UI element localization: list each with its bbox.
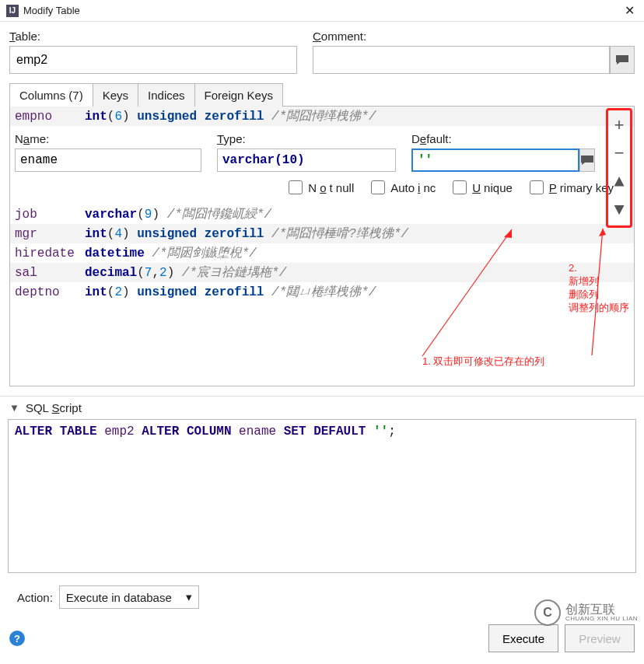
column-row[interactable]: hiredatedatetime /*闆囦剑鏃堕棿*/ (10, 243, 634, 263)
column-default-input[interactable] (411, 149, 579, 172)
column-name: mgr (15, 227, 85, 241)
sql-script-label: SQL Script (26, 401, 82, 414)
watermark-sub: CHUANG XIN HU LIAN (565, 616, 638, 622)
preview-button[interactable]: Preview (565, 624, 635, 652)
watermark-text: 创新互联 (565, 603, 638, 616)
bottom-row: ? Execute Preview C 创新互联 CHUANG XIN HU L… (0, 620, 644, 660)
watermark: C 创新互联 CHUANG XIN HU LIAN (534, 599, 638, 626)
column-type-input[interactable] (217, 149, 396, 172)
action-select-value: Execute in database (66, 591, 172, 604)
close-icon[interactable]: ✕ (621, 3, 638, 18)
type-label: Type: (217, 132, 396, 145)
annotation-text-2: 2. 新增列 删除列 调整列的顺序 (569, 262, 629, 315)
column-name: empno (15, 110, 85, 124)
name-label: Name: (15, 132, 201, 145)
window-title: Modify Table (23, 5, 621, 16)
table-label: Table: (9, 30, 297, 43)
column-edit-panel: Name: Type: Default: Not null Auto inc U… (10, 126, 634, 204)
top-area: Table: Comment: Columns (7) Keys Indices… (0, 22, 644, 391)
chevron-down-icon: ▾ (186, 590, 192, 604)
column-row[interactable]: saldecimal(7,2) /*宸ヨ祫鏈堣柂*/ (10, 263, 634, 282)
column-name: hiredate (15, 246, 85, 260)
column-name: deptno (15, 285, 85, 299)
tab-foreign-keys[interactable]: Foreign Keys (195, 83, 283, 107)
speech-bubble-icon (615, 54, 629, 65)
move-down-button[interactable]: ▼ (608, 196, 630, 224)
sql-script-editor[interactable]: ALTER TABLE emp2 ALTER COLUMN ename SET … (8, 419, 636, 573)
primary-key-checkbox[interactable]: Primary key (527, 178, 614, 197)
default-expand-button[interactable] (579, 149, 595, 172)
auto-inc-checkbox[interactable]: Auto inc (368, 178, 436, 197)
tab-columns[interactable]: Columns (7) (9, 83, 93, 107)
column-type: decimal(7,2) /*宸ヨ祫鏈堣柂*/ (85, 264, 629, 281)
column-name: sal (15, 266, 85, 280)
app-icon: IJ (6, 5, 19, 17)
action-label: Action: (17, 591, 53, 604)
not-null-checkbox[interactable]: Not null (285, 178, 354, 197)
column-row[interactable]: empnoint(6) unsigned zerofill /*闆囧憳缂栧彿*/ (10, 107, 634, 126)
tab-keys[interactable]: Keys (93, 83, 138, 107)
move-up-button[interactable]: ▲ (608, 168, 630, 196)
column-type: varchar(9) /*闆囧憳鑱屼綅*/ (85, 206, 629, 222)
tabs: Columns (7) Keys Indices Foreign Keys (9, 83, 635, 107)
annotation-text-1: 1. 双击即可修改已存在的列 (422, 355, 544, 369)
comment-label: Comment: (313, 30, 635, 43)
unique-checkbox[interactable]: Unique (450, 178, 513, 197)
tab-indices[interactable]: Indices (138, 83, 195, 107)
column-type: int(6) unsigned zerofill /*闆囧憳缂栧彿*/ (85, 108, 629, 124)
column-row[interactable]: jobvarchar(9) /*闆囧憳鑱屼綅*/ (10, 204, 634, 224)
add-column-button[interactable]: + (608, 112, 630, 140)
column-name-input[interactable] (15, 149, 201, 172)
sql-script-header[interactable]: ▼ SQL Script (0, 396, 644, 416)
comment-expand-button[interactable] (610, 46, 635, 74)
remove-column-button[interactable]: − (608, 140, 630, 168)
column-type: datetime /*闆囦剑鏃堕棿*/ (85, 245, 629, 261)
help-icon[interactable]: ? (9, 631, 25, 646)
execute-button[interactable]: Execute (488, 624, 558, 652)
column-name: job (15, 208, 85, 222)
side-tools-box: + − ▲ ▼ (606, 108, 632, 228)
collapse-icon: ▼ (9, 402, 19, 414)
column-type: int(4) unsigned zerofill /*闆囧憳棰嗗?缂栧彿*/ (85, 225, 629, 242)
table-name-input[interactable] (9, 46, 297, 74)
column-row[interactable]: mgrint(4) unsigned zerofill /*闆囧憳棰嗗?缂栧彿*… (10, 224, 634, 243)
action-select[interactable]: Execute in database ▾ (59, 585, 199, 609)
column-row[interactable]: deptnoint(2) unsigned zerofill /*閮ㄩ棬缂栧彿*… (10, 282, 634, 302)
titlebar: IJ Modify Table ✕ (0, 0, 644, 22)
watermark-logo-icon: C (534, 599, 561, 626)
default-label: Default: (411, 132, 567, 145)
column-type: int(2) unsigned zerofill /*閮ㄩ棬缂栧彿*/ (85, 284, 629, 300)
column-list: empnoint(6) unsigned zerofill /*闆囧憳缂栧彿*/… (9, 107, 635, 386)
comment-input[interactable] (313, 46, 610, 74)
